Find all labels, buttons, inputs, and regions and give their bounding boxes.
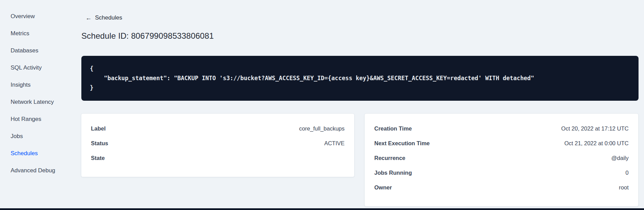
sidebar-nav: Overview Metrics Databases SQL Activity … (11, 8, 69, 179)
timing-row-creation-time: Creation Time Oct 20, 2022 at 17:12 UTC (374, 121, 629, 136)
sidebar-item-databases[interactable]: Databases (11, 42, 69, 59)
bottom-edge-strip (0, 208, 644, 210)
code-line: } (90, 83, 630, 92)
row-label: Recurrence (374, 155, 405, 161)
sidebar-item-sql-activity[interactable]: SQL Activity (11, 59, 69, 76)
page-title: Schedule ID: 806799098533806081 (81, 31, 214, 41)
timing-row-next-execution-time: Next Execution Time Oct 21, 2022 at 0:00… (374, 136, 629, 151)
row-value: 0 (626, 170, 629, 176)
schedule-statement-code-block: { "backup_statement": "BACKUP INTO 's3:/… (81, 56, 639, 101)
sidebar-item-network-latency[interactable]: Network Latency (11, 94, 69, 111)
meta-row-status: Status ACTIVE (91, 136, 345, 151)
meta-row-label: Label core_full_backups (91, 121, 345, 136)
row-value: Oct 21, 2022 at 0:00 UTC (564, 140, 629, 147)
row-value: root (619, 184, 629, 191)
code-line: "backup_statement": "BACKUP INTO 's3://b… (90, 73, 630, 83)
row-label: Next Execution Time (374, 140, 430, 147)
row-label: Status (91, 140, 108, 147)
sidebar-item-advanced-debug[interactable]: Advanced Debug (11, 162, 69, 179)
sidebar-item-metrics[interactable]: Metrics (11, 25, 69, 42)
status-badge: ACTIVE (324, 140, 345, 147)
row-label: State (91, 155, 105, 161)
schedule-timing-card: Creation Time Oct 20, 2022 at 17:12 UTC … (364, 113, 639, 207)
sidebar-item-jobs[interactable]: Jobs (11, 128, 69, 145)
timing-row-jobs-running: Jobs Running 0 (374, 165, 629, 180)
row-label: Jobs Running (374, 170, 412, 176)
meta-row-state: State (91, 151, 345, 165)
timing-row-owner: Owner root (374, 180, 629, 195)
row-label: Label (91, 125, 106, 132)
row-value: @daily (611, 155, 629, 161)
back-link-label: Schedules (95, 14, 122, 21)
row-value: Oct 20, 2022 at 17:12 UTC (561, 125, 629, 132)
sidebar-item-hot-ranges[interactable]: Hot Ranges (11, 111, 69, 128)
sidebar-item-overview[interactable]: Overview (11, 8, 69, 25)
row-label: Owner (374, 184, 392, 191)
row-value: core_full_backups (299, 125, 345, 132)
sidebar-item-schedules[interactable]: Schedules (11, 145, 69, 162)
sidebar-item-insights[interactable]: Insights (11, 76, 69, 94)
code-line: { (90, 64, 630, 73)
schedule-meta-card: Label core_full_backups Status ACTIVE St… (81, 113, 354, 177)
back-link[interactable]: ← Schedules (85, 14, 122, 21)
row-label: Creation Time (374, 125, 412, 132)
back-arrow-icon: ← (85, 15, 92, 21)
timing-row-recurrence: Recurrence @daily (374, 151, 629, 165)
